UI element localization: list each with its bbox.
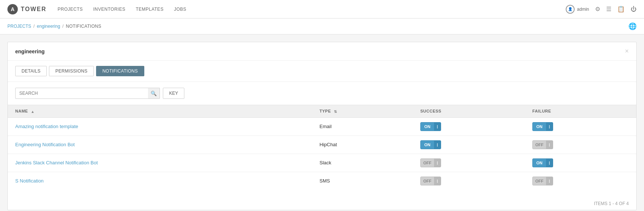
notification-name-link[interactable]: Engineering Notification Bot <box>15 142 75 147</box>
nav-user[interactable]: 👤 admin <box>566 5 589 14</box>
table-row: Amazing notification templateEmailON|ON| <box>8 117 636 135</box>
col-type[interactable]: TYPE ⇅ <box>312 105 413 118</box>
failure-toggle-cell: ON| <box>525 154 636 172</box>
toggle-label: ON <box>421 143 434 147</box>
toggle-handle: | <box>546 159 553 167</box>
panel: engineering × DETAILS PERMISSIONS NOTIFI… <box>7 42 637 210</box>
breadcrumb-sep-2: / <box>62 24 63 29</box>
toggle-handle: | <box>434 123 441 131</box>
logo-text: TOWER <box>21 6 46 13</box>
failure-toggle[interactable]: OFF| <box>532 140 553 149</box>
nav-right: 👤 admin ⚙ ☰ 📋 ⏻ <box>566 5 637 14</box>
breadcrumb-projects[interactable]: PROJECTS <box>7 24 31 29</box>
toggle-handle: | <box>434 141 441 149</box>
toggle-label: OFF <box>533 179 546 183</box>
panel-title: engineering <box>15 48 45 54</box>
toggle-handle: | <box>546 123 553 131</box>
globe-icon: 🌐 <box>628 22 637 30</box>
breadcrumb-bar: PROJECTS / engineering / NOTIFICATIONS 🌐 <box>0 19 644 34</box>
items-label: ITEMS <box>594 201 608 206</box>
panel-footer: ITEMS 1 - 4 OF 4 <box>8 197 636 210</box>
tab-details[interactable]: DETAILS <box>15 66 47 76</box>
toggle-handle: | <box>434 177 441 185</box>
breadcrumb-sep-1: / <box>33 24 34 29</box>
success-toggle-cell: OFF| <box>413 172 525 190</box>
nav-links: PROJECTS INVENTORIES TEMPLATES JOBS <box>58 7 186 12</box>
notification-name-link[interactable]: Jenkins Slack Channel Notification Bot <box>15 160 98 165</box>
notifications-table: NAME ▲ TYPE ⇅ SUCCESS FAILURE Amazing no… <box>8 105 636 190</box>
notification-type: HipChat <box>312 135 413 154</box>
nav-username: admin <box>577 7 589 12</box>
table-row: S NotificationSMSOFF|OFF| <box>8 172 636 190</box>
top-nav: A TOWER PROJECTS INVENTORIES TEMPLATES J… <box>0 0 644 19</box>
table-row: Engineering Notification BotHipChatON|OF… <box>8 135 636 154</box>
failure-toggle[interactable]: ON| <box>532 158 553 167</box>
notification-type: SMS <box>312 172 413 190</box>
sort-type-icon: ⇅ <box>334 110 337 114</box>
toggle-handle: | <box>546 177 553 185</box>
success-toggle-cell: OFF| <box>413 154 525 172</box>
tab-permissions[interactable]: PERMISSIONS <box>49 66 94 76</box>
items-range: 1 - 4 OF 4 <box>609 201 629 206</box>
sort-name-icon: ▲ <box>31 110 34 114</box>
toggle-label: OFF <box>421 179 434 183</box>
success-toggle[interactable]: OFF| <box>420 177 441 185</box>
panel-header: engineering × <box>8 42 636 61</box>
toggle-label: OFF <box>421 161 434 165</box>
toggle-label: ON <box>421 124 434 129</box>
toggle-handle: | <box>434 159 441 167</box>
notification-name-link[interactable]: S Notification <box>15 178 44 184</box>
notification-type: Slack <box>312 154 413 172</box>
tabs: DETAILS PERMISSIONS NOTIFICATIONS <box>8 61 636 82</box>
search-input[interactable] <box>15 88 160 99</box>
notification-type: Email <box>312 117 413 135</box>
settings-icon[interactable]: ⚙ <box>595 6 600 13</box>
nav-inventories[interactable]: INVENTORIES <box>93 7 125 12</box>
failure-toggle-cell: OFF| <box>525 172 636 190</box>
panel-close-button[interactable]: × <box>625 47 629 55</box>
toggle-label: ON <box>533 161 546 165</box>
search-button[interactable]: 🔍 <box>148 88 160 99</box>
nav-jobs[interactable]: JOBS <box>174 7 186 12</box>
tab-notifications[interactable]: NOTIFICATIONS <box>96 66 144 76</box>
breadcrumb-engineering[interactable]: engineering <box>37 24 60 29</box>
list-icon[interactable]: ☰ <box>606 6 611 13</box>
nav-projects[interactable]: PROJECTS <box>58 7 83 12</box>
toggle-label: OFF <box>533 143 546 147</box>
failure-toggle[interactable]: OFF| <box>532 177 553 185</box>
breadcrumb: PROJECTS / engineering / NOTIFICATIONS <box>7 24 101 29</box>
table-header-row: NAME ▲ TYPE ⇅ SUCCESS FAILURE <box>8 105 636 118</box>
success-toggle[interactable]: ON| <box>420 122 441 131</box>
logo-icon: A <box>7 4 18 14</box>
search-bar: 🔍 KEY <box>8 82 636 105</box>
failure-toggle-cell: ON| <box>525 117 636 135</box>
table-row: Jenkins Slack Channel Notification BotSl… <box>8 154 636 172</box>
toggle-handle: | <box>546 141 553 149</box>
logo: A TOWER <box>7 4 46 14</box>
power-icon[interactable]: ⏻ <box>631 6 637 13</box>
toggle-label: ON <box>533 124 546 129</box>
col-name[interactable]: NAME ▲ <box>8 105 312 118</box>
nav-left: A TOWER PROJECTS INVENTORIES TEMPLATES J… <box>7 4 186 14</box>
nav-templates[interactable]: TEMPLATES <box>136 7 164 12</box>
notification-name-link[interactable]: Amazing notification template <box>15 124 78 129</box>
breadcrumb-current: NOTIFICATIONS <box>66 24 101 29</box>
failure-toggle-cell: OFF| <box>525 135 636 154</box>
col-failure: FAILURE <box>525 105 636 118</box>
col-success: SUCCESS <box>413 105 525 118</box>
edit-icon[interactable]: 📋 <box>617 6 625 13</box>
search-input-wrap: 🔍 <box>15 88 160 99</box>
key-button[interactable]: KEY <box>163 88 184 99</box>
success-toggle-cell: ON| <box>413 135 525 154</box>
table-wrap: NAME ▲ TYPE ⇅ SUCCESS FAILURE Amazing no… <box>8 105 636 197</box>
user-avatar-icon: 👤 <box>566 5 575 14</box>
success-toggle[interactable]: ON| <box>420 140 441 149</box>
main-content: engineering × DETAILS PERMISSIONS NOTIFI… <box>0 34 644 211</box>
failure-toggle[interactable]: ON| <box>532 122 553 131</box>
success-toggle-cell: ON| <box>413 117 525 135</box>
success-toggle[interactable]: OFF| <box>420 158 441 167</box>
search-icon: 🔍 <box>151 91 157 96</box>
